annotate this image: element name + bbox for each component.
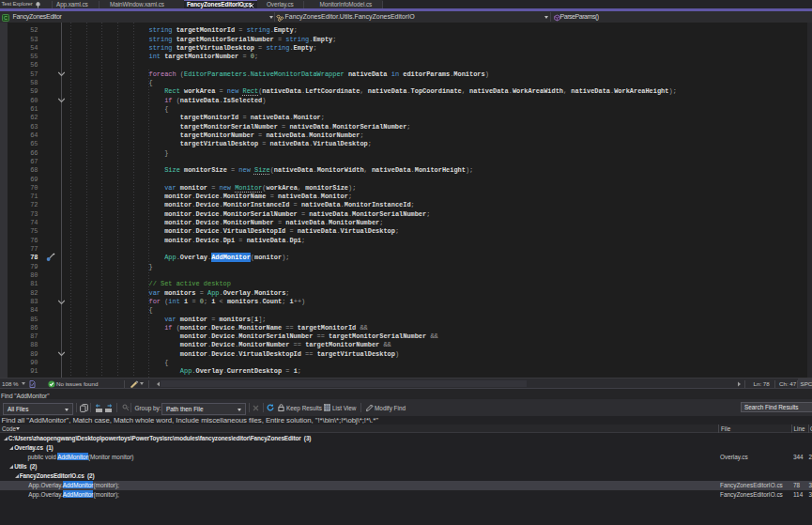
svg-text:C: C xyxy=(4,15,8,21)
